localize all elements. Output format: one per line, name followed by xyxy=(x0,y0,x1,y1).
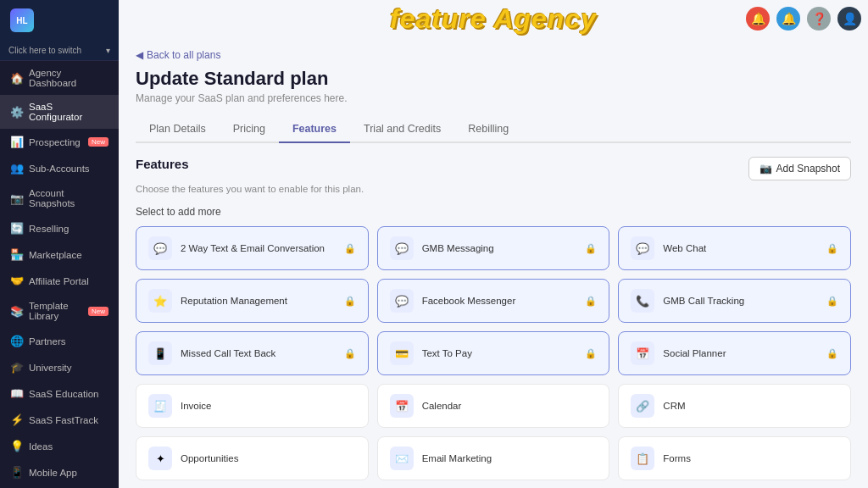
feature-icon: 📱 xyxy=(148,341,172,365)
feature-card-web-chat[interactable]: 💬 Web Chat 🔒 xyxy=(618,226,851,270)
feature-card-crm[interactable]: 🔗 CRM xyxy=(618,384,851,428)
sidebar-item-label: Partners xyxy=(29,336,65,347)
sidebar-item-template-library[interactable]: 📚 Template Library New xyxy=(0,294,119,328)
tab-pricing[interactable]: Pricing xyxy=(220,116,279,143)
feature-icon: 📅 xyxy=(631,341,654,365)
feature-card-2way-text[interactable]: 💬 2 Way Text & Email Conversation 🔒 xyxy=(136,226,369,270)
sidebar-item-saas-fasttrack[interactable]: ⚡ SaaS FastTrack xyxy=(0,407,119,433)
feature-card-social-planner[interactable]: 📅 Social Planner 🔒 xyxy=(618,331,851,375)
sidebar-item-reselling[interactable]: 🔄 Reselling xyxy=(0,215,119,241)
mobile-icon: 📱 xyxy=(10,466,22,479)
feature-icon: 🔗 xyxy=(631,394,654,418)
section-description: Choose the features you want to enable f… xyxy=(136,184,851,194)
sidebar-item-mobile-app[interactable]: 📱 Mobile App xyxy=(0,459,119,485)
feature-card-gmb-messaging[interactable]: 💬 GMB Messaging 🔒 xyxy=(377,226,610,270)
back-arrow-icon: ◀ xyxy=(136,49,143,61)
main-content: feature Agency 🔔 🔔 ❓ 👤 ◀ Back to all pla… xyxy=(119,0,868,488)
feature-name: Missed Call Text Back xyxy=(181,348,336,358)
feature-name: Social Planner xyxy=(663,348,818,358)
switch-label: Click here to switch xyxy=(8,46,81,55)
feature-icon: 🧾 xyxy=(148,394,172,418)
feature-card-calendar[interactable]: 📅 Calendar xyxy=(377,384,610,428)
sidebar-item-account-snapshots[interactable]: 📷 Account Snapshots xyxy=(0,181,119,215)
feature-name: Text To Pay xyxy=(422,348,577,358)
sidebar-item-partners[interactable]: 🌐 Partners xyxy=(0,328,119,354)
feature-card-gmb-call-tracking[interactable]: 📞 GMB Call Tracking 🔒 xyxy=(618,279,851,323)
tab-rebilling[interactable]: Rebilling xyxy=(454,116,522,143)
back-link[interactable]: ◀ Back to all plans xyxy=(136,49,851,61)
switch-button[interactable]: Click here to switch ▾ xyxy=(0,41,119,61)
sidebar-item-university[interactable]: 🎓 University xyxy=(0,354,119,380)
sidebar-item-saas-configurator[interactable]: ⚙️ SaaS Configurator xyxy=(0,95,119,129)
feature-name: GMB Call Tracking xyxy=(663,296,818,306)
affiliate-icon: 🤝 xyxy=(10,274,22,287)
lock-icon: 🔒 xyxy=(826,243,838,254)
feature-card-opportunities[interactable]: ✦ Opportunities xyxy=(136,436,369,480)
user-icon[interactable]: 👤 xyxy=(837,7,861,30)
sidebar-item-prospecting[interactable]: 📊 Prospecting New xyxy=(0,129,119,155)
camera-icon: 📷 xyxy=(760,163,772,175)
feature-name: GMB Messaging xyxy=(422,243,577,253)
topbar-icons: 🔔 🔔 ❓ 👤 xyxy=(746,7,861,30)
notification-icon-blue[interactable]: 🔔 xyxy=(776,7,800,30)
tab-plan-details[interactable]: Plan Details xyxy=(136,116,220,143)
feature-icon: 💬 xyxy=(148,236,172,260)
feature-card-facebook-messenger[interactable]: 💬 Facebook Messenger 🔒 xyxy=(377,279,610,323)
feature-icon: 📅 xyxy=(390,394,414,418)
partners-icon: 🌐 xyxy=(10,335,22,347)
sidebar-item-label: Template Library xyxy=(29,301,81,321)
new-badge: New xyxy=(88,307,108,316)
sidebar-item-marketplace[interactable]: 🏪 Marketplace xyxy=(0,241,119,268)
sidebar-item-ideas[interactable]: 💡 Ideas xyxy=(0,433,119,459)
feature-card-forms[interactable]: 📋 Forms xyxy=(618,436,851,480)
feature-name: Web Chat xyxy=(663,243,818,253)
page-title: Update Standard plan xyxy=(136,68,851,90)
feature-name: Invoice xyxy=(181,401,356,411)
help-icon[interactable]: ❓ xyxy=(807,7,831,30)
section-header: Features 📷 Add Snapshot xyxy=(136,157,851,180)
sub-accounts-icon: 👥 xyxy=(10,162,22,175)
feature-card-invoice[interactable]: 🧾 Invoice xyxy=(136,384,369,428)
sidebar: HL Click here to switch ▾ 🏠 Agency Dashb… xyxy=(0,0,119,488)
page-subtitle: Manage your SaaS plan and preferences he… xyxy=(136,92,851,104)
tabs: Plan Details Pricing Features Trial and … xyxy=(136,116,851,143)
notification-icon-red[interactable]: 🔔 xyxy=(746,7,770,30)
feature-card-missed-call[interactable]: 📱 Missed Call Text Back 🔒 xyxy=(136,331,369,375)
university-icon: 🎓 xyxy=(10,361,22,374)
lock-icon: 🔒 xyxy=(585,348,597,359)
feature-card-email-marketing[interactable]: ✉️ Email Marketing xyxy=(377,436,610,480)
new-badge: New xyxy=(88,137,108,147)
feature-card-reputation[interactable]: ⭐ Reputation Management 🔒 xyxy=(136,279,369,323)
feature-card-text-to-pay[interactable]: 💳 Text To Pay 🔒 xyxy=(377,331,610,375)
feature-name: Reputation Management xyxy=(181,296,336,306)
sidebar-item-saas-education[interactable]: 📖 SaaS Education xyxy=(0,380,119,407)
education-icon: 📖 xyxy=(10,387,22,400)
locked-features-grid: 💬 2 Way Text & Email Conversation 🔒 💬 GM… xyxy=(136,226,851,375)
dashboard-icon: 🏠 xyxy=(10,72,22,85)
lock-icon: 🔒 xyxy=(826,348,838,359)
sidebar-item-affiliate-portal[interactable]: 🤝 Affiliate Portal xyxy=(0,268,119,294)
sidebar-item-label: Reselling xyxy=(29,224,69,234)
tab-trial-credits[interactable]: Trial and Credits xyxy=(350,116,454,143)
sidebar-item-agency-dashboard[interactable]: 🏠 Agency Dashboard xyxy=(0,61,119,95)
feature-name: CRM xyxy=(663,401,838,411)
add-snapshot-button[interactable]: 📷 Add Snapshot xyxy=(748,157,851,180)
sidebar-item-label: Prospecting xyxy=(29,137,81,147)
sidebar-item-label: Ideas xyxy=(29,441,53,452)
section-title: Features xyxy=(136,157,189,171)
sidebar-item-label: Account Snapshots xyxy=(29,188,108,208)
feature-name: Calendar xyxy=(422,401,598,411)
feature-icon: 💬 xyxy=(390,289,414,313)
tab-features[interactable]: Features xyxy=(279,116,350,143)
lock-icon: 🔒 xyxy=(826,296,838,307)
feature-icon: ✦ xyxy=(148,446,172,470)
feature-name: 2 Way Text & Email Conversation xyxy=(181,243,336,253)
sidebar-item-label: Affiliate Portal xyxy=(29,276,89,286)
back-link-text: Back to all plans xyxy=(147,49,220,61)
sidebar-item-label: University xyxy=(29,363,71,373)
feature-icon: ✉️ xyxy=(390,446,414,470)
configurator-icon: ⚙️ xyxy=(10,106,22,119)
snapshots-icon: 📷 xyxy=(10,192,22,205)
sidebar-item-sub-accounts[interactable]: 👥 Sub-Accounts xyxy=(0,155,119,181)
library-icon: 📚 xyxy=(10,305,22,318)
